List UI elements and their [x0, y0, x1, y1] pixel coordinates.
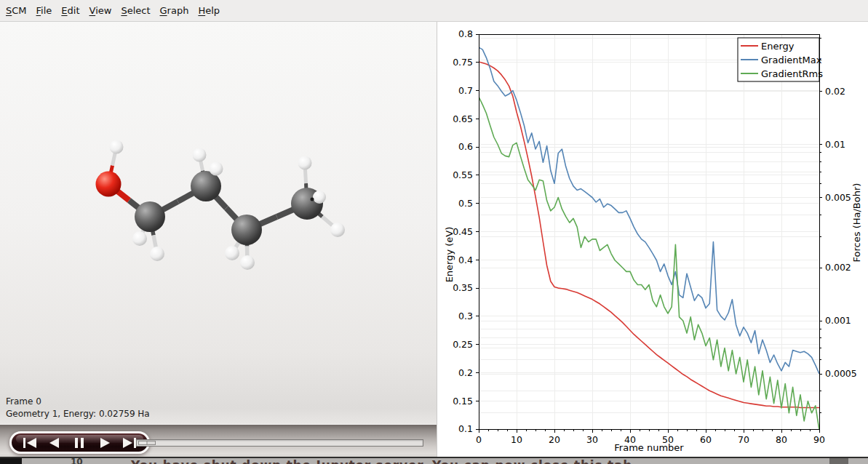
- pause-icon: [71, 437, 87, 449]
- y-left-axis-title: Energy (eV): [444, 227, 455, 283]
- svg-text:0.5: 0.5: [458, 198, 473, 209]
- svg-text:20: 20: [549, 434, 560, 445]
- chart-legend: EnergyGradientMaxGradientRms: [738, 38, 823, 81]
- play-icon: [97, 437, 113, 449]
- svg-text:0.55: 0.55: [453, 169, 473, 180]
- playback-controls-bar: [0, 424, 437, 457]
- molecule-viewport[interactable]: Frame 0 Geometry 1, Energy: 0.02759 Ha: [0, 22, 437, 424]
- background-window-corner: [0, 458, 22, 464]
- svg-text:0.1: 0.1: [458, 423, 473, 434]
- svg-text:0.005: 0.005: [825, 192, 851, 203]
- svg-text:0.002: 0.002: [825, 262, 851, 273]
- frame-slider-thumb[interactable]: [138, 441, 156, 445]
- svg-text:0.02: 0.02: [825, 86, 845, 97]
- playback-pill: [9, 431, 150, 454]
- svg-text:10: 10: [511, 434, 522, 445]
- geometry-energy-label: Geometry 1, Energy: 0.02759 Ha: [6, 408, 150, 420]
- background-browser-strip: 10 You have shut down the Jupyter server…: [0, 457, 868, 464]
- svg-text:0.3: 0.3: [458, 311, 473, 321]
- svg-text:60: 60: [700, 434, 712, 445]
- svg-text:0.65: 0.65: [453, 113, 473, 124]
- svg-text:0.8: 0.8: [458, 28, 473, 39]
- svg-text:80: 80: [776, 434, 787, 445]
- graph-panel: 0.10.150.20.250.30.350.40.450.50.550.60.…: [437, 22, 868, 457]
- skip-to-end-icon: [122, 437, 138, 449]
- svg-text:0.45: 0.45: [453, 226, 473, 237]
- svg-text:Energy: Energy: [761, 41, 795, 52]
- svg-text:GradientMax: GradientMax: [761, 55, 822, 65]
- amsmovie-window: { "menu": { "items": [ {"label":"SCM","m…: [0, 0, 868, 464]
- svg-text:0: 0: [476, 434, 482, 445]
- menu-item-select[interactable]: Select: [121, 4, 150, 17]
- frame-label: Frame 0: [6, 396, 150, 408]
- svg-text:30: 30: [586, 434, 598, 445]
- frame-slider-track[interactable]: [136, 439, 423, 447]
- y-right-axis-title: Forces (Ha/Bohr): [851, 183, 862, 263]
- background-window-fragment: [829, 458, 848, 464]
- svg-text:0.01: 0.01: [825, 139, 845, 150]
- skip-to-start-button[interactable]: [21, 436, 39, 449]
- svg-text:0.2: 0.2: [458, 367, 473, 378]
- jupyter-shutdown-message: You have shut down the Jupyter server. Y…: [131, 458, 637, 464]
- svg-text:0.4: 0.4: [458, 255, 473, 265]
- skip-to-start-icon: [22, 437, 38, 449]
- svg-text:0.001: 0.001: [825, 315, 851, 326]
- play-button[interactable]: [96, 436, 114, 449]
- notebook-line-number: 10: [71, 457, 83, 464]
- menu-item-help[interactable]: Help: [198, 4, 220, 17]
- x-axis-title: Frame number: [614, 442, 684, 453]
- svg-text:0.0005: 0.0005: [825, 368, 857, 379]
- step-back-button[interactable]: [46, 436, 63, 449]
- svg-text:0.7: 0.7: [458, 85, 473, 96]
- menu-item-graph[interactable]: Graph: [160, 4, 189, 17]
- pause-button[interactable]: [71, 436, 88, 449]
- svg-text:0.6: 0.6: [458, 141, 473, 152]
- svg-text:90: 90: [813, 434, 825, 445]
- svg-text:0.15: 0.15: [453, 396, 473, 407]
- menu-item-file[interactable]: File: [36, 4, 52, 17]
- step-back-icon: [47, 437, 63, 449]
- menu-item-scm[interactable]: SCM: [6, 4, 27, 17]
- status-text: Frame 0 Geometry 1, Energy: 0.02759 Ha: [6, 396, 150, 420]
- menu-item-edit[interactable]: Edit: [61, 4, 79, 17]
- svg-text:GradientRms: GradientRms: [761, 68, 823, 79]
- svg-text:0.75: 0.75: [453, 57, 473, 68]
- svg-text:0.35: 0.35: [453, 282, 473, 293]
- svg-text:70: 70: [738, 434, 749, 445]
- svg-text:0.25: 0.25: [453, 339, 473, 350]
- menu-bar: SCMFileEditViewSelectGraphHelp: [0, 0, 868, 22]
- convergence-chart: 0.10.150.20.250.30.350.40.450.50.550.60.…: [437, 22, 868, 460]
- menu-item-view[interactable]: View: [89, 4, 112, 17]
